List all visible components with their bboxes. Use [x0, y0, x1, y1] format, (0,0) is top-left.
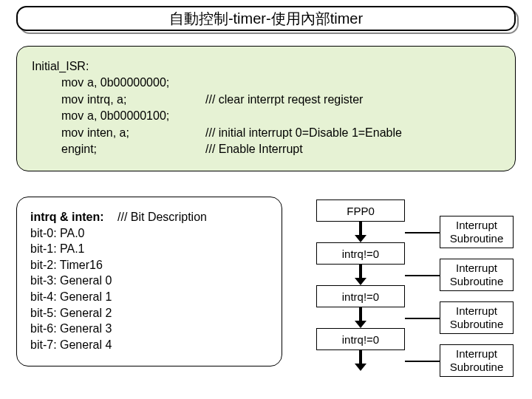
flow-start-label: FPP0	[347, 205, 375, 217]
bit-row: bit-2: Timer16	[30, 257, 268, 273]
code-arg: a, 0b00000100;	[87, 108, 205, 124]
code-op: mov	[32, 125, 87, 141]
flow-cond-label: intrq!=0	[342, 248, 379, 260]
flow-subroutine: Interrupt Subroutine	[440, 216, 514, 248]
flow-subroutine: Interrupt Subroutine	[440, 301, 514, 334]
code-comment: /// initial interrupt 0=Disable 1=Enable	[205, 125, 402, 141]
arrow-down-icon	[316, 350, 405, 371]
flow-sub-label: Interrupt Subroutine	[440, 304, 513, 331]
flowchart: FPP0 intrq!=0 intrq!=0 intrq!=0 Interrup…	[303, 200, 525, 392]
bit-row: bit-5: General 2	[30, 305, 268, 321]
code-arg: inten, a;	[87, 125, 205, 141]
bit-row: bit-4: General 1	[30, 289, 268, 305]
flow-sub-label: Interrupt Subroutine	[440, 347, 513, 374]
code-op: engint;	[32, 141, 87, 157]
code-block: Initial_ISR: mov a, 0b00000000; mov intr…	[16, 46, 516, 171]
connector-line	[405, 232, 440, 233]
flow-condition: intrq!=0	[316, 242, 405, 265]
bit-row: bit-3: General 0	[30, 273, 268, 289]
arrow-down-icon	[316, 307, 405, 328]
code-arg: intrq, a;	[87, 92, 205, 108]
bit-heading-left: intrq & inten:	[30, 209, 117, 225]
connector-line	[405, 275, 440, 276]
bit-row: bit-7: General 4	[30, 337, 268, 353]
bit-description-box: intrq & inten: /// Bit Description bit-0…	[16, 197, 282, 366]
code-arg: a, 0b00000000;	[87, 75, 205, 91]
code-label: Initial_ISR:	[32, 58, 120, 75]
flow-sub-label: Interrupt Subroutine	[440, 262, 513, 288]
bit-heading-right: /// Bit Description	[117, 209, 207, 225]
code-op: mov	[32, 75, 87, 91]
flow-cond-label: intrq!=0	[342, 333, 379, 346]
flow-condition: intrq!=0	[316, 285, 405, 307]
code-arg	[87, 141, 205, 157]
code-comment: /// Enable Interrupt	[205, 141, 303, 157]
code-op: mov	[32, 92, 87, 108]
arrow-down-icon	[316, 222, 405, 242]
flow-sub-label: Interrupt Subroutine	[440, 219, 513, 245]
code-comment: /// clear interrpt reqest register	[205, 92, 363, 108]
bit-row: bit-1: PA.1	[30, 241, 268, 257]
page-title: 自動控制-timer-使用內部timer	[16, 6, 516, 31]
bit-row: bit-6: General 3	[30, 321, 268, 337]
flow-subroutine: Interrupt Subroutine	[440, 344, 514, 377]
arrow-down-icon	[316, 265, 405, 285]
flow-condition: intrq!=0	[316, 328, 405, 350]
flow-start: FPP0	[316, 200, 405, 222]
connector-line	[405, 361, 440, 362]
bit-row: bit-0: PA.0	[30, 225, 268, 242]
title-text: 自動控制-timer-使用內部timer	[169, 9, 363, 29]
connector-line	[405, 318, 440, 319]
code-op: mov	[32, 108, 87, 124]
flow-cond-label: intrq!=0	[342, 290, 379, 303]
flow-subroutine: Interrupt Subroutine	[440, 259, 514, 291]
